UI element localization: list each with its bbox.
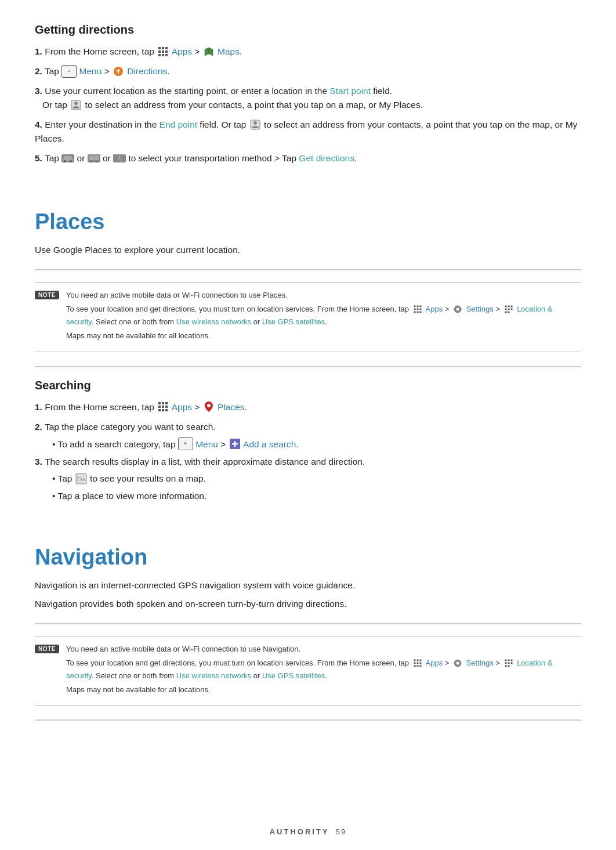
svg-rect-27 xyxy=(414,306,415,308)
gps-label-2: Use GPS satellites xyxy=(262,671,325,680)
svg-rect-2 xyxy=(165,47,168,49)
svg-rect-69 xyxy=(416,662,418,664)
svg-rect-48 xyxy=(505,312,506,313)
searching-bullets-1: To add a search category, tap ≡ Menu > xyxy=(35,437,581,451)
page-number: 59 xyxy=(336,827,346,836)
svg-rect-5 xyxy=(165,50,168,53)
searching-steps: 1. From the Home screen, tap Apps > xyxy=(35,400,581,451)
svg-rect-33 xyxy=(414,312,415,313)
getting-directions-title: Getting directions xyxy=(35,23,581,37)
step-5: 5. Tap or xyxy=(35,151,581,165)
gps-label-1: Use GPS satellites xyxy=(262,317,325,326)
searching-step-2: 2. Tap the place category you want to se… xyxy=(35,420,581,451)
svg-rect-4 xyxy=(162,50,164,53)
step-1-num: 1. xyxy=(35,46,42,56)
contact-icon-2 xyxy=(249,118,262,131)
places-note-badge: NOTE xyxy=(35,291,59,299)
svg-point-19 xyxy=(70,160,72,162)
navigation-note-text: You need an active mobile data or Wi-Fi … xyxy=(66,643,581,698)
menu-icon: ≡ xyxy=(61,65,77,78)
svg-point-13 xyxy=(74,102,78,105)
svg-rect-6 xyxy=(158,54,161,56)
add-search-label: Add a search xyxy=(243,439,296,449)
svg-rect-40 xyxy=(454,309,455,310)
navigation-intro-1: Navigation is an internet-connected GPS … xyxy=(35,580,581,591)
svg-rect-78 xyxy=(510,659,512,661)
svg-rect-47 xyxy=(510,309,512,310)
searching-bullets-2: Tap to see your results on a map. Tap a … xyxy=(35,472,581,502)
svg-rect-66 xyxy=(416,659,418,661)
location-icon-note1 xyxy=(502,303,515,316)
svg-rect-65 xyxy=(414,659,415,661)
svg-rect-76 xyxy=(505,659,506,661)
step-5-num: 5. xyxy=(35,153,42,163)
svg-rect-80 xyxy=(508,662,509,664)
svg-rect-67 xyxy=(419,659,421,661)
places-intro: Use Google Places to explore your curren… xyxy=(35,245,581,255)
apps-grid-icon-note2 xyxy=(411,657,424,670)
svg-rect-70 xyxy=(419,662,421,664)
nav-note-divider xyxy=(35,623,581,624)
places-note-box: NOTE You need an active mobile data or W… xyxy=(35,282,581,352)
transport-car-icon xyxy=(61,152,74,165)
step-3-num: 3. xyxy=(35,86,42,96)
page-footer: AUTHORITY 59 xyxy=(0,827,616,836)
apps-grid-icon-note1 xyxy=(411,303,424,316)
step-2-num: 2. xyxy=(35,66,42,76)
svg-rect-72 xyxy=(416,665,418,667)
places-title: Places xyxy=(35,209,581,234)
transport-walk-icon xyxy=(113,152,126,165)
svg-rect-81 xyxy=(510,662,512,664)
svg-rect-35 xyxy=(419,312,421,313)
apps-grid-icon xyxy=(157,45,169,58)
searching-bullet-map: Tap to see your results on a map. xyxy=(52,472,581,486)
maps-label-1: Maps xyxy=(218,46,240,56)
get-directions-label: Get directions xyxy=(299,153,354,163)
svg-rect-1 xyxy=(162,47,164,49)
svg-rect-41 xyxy=(461,309,462,310)
svg-point-37 xyxy=(456,308,459,311)
wireless-label-1: Use wireless networks xyxy=(176,317,251,326)
menu-label-s: Menu xyxy=(195,439,218,449)
svg-point-18 xyxy=(64,160,66,162)
apps-note-label-2: Apps xyxy=(426,659,443,667)
svg-point-26 xyxy=(119,155,121,157)
location-icon-note2 xyxy=(502,657,515,670)
start-point-label: Start point xyxy=(329,86,371,96)
svg-rect-39 xyxy=(457,312,458,313)
searching-step-1: 1. From the Home screen, tap Apps > xyxy=(35,400,581,414)
svg-rect-46 xyxy=(508,309,509,310)
svg-rect-68 xyxy=(414,662,415,664)
svg-rect-43 xyxy=(508,306,509,308)
svg-rect-54 xyxy=(162,406,164,408)
searching-step-3: 3. The search results display in a list,… xyxy=(35,457,581,467)
settings-icon-note1 xyxy=(451,303,464,316)
searching-bullet-place: Tap a place to view more information. xyxy=(52,489,581,502)
apps-note-label-1: Apps xyxy=(426,305,443,314)
getting-directions-section: Getting directions 1. From the Home scre… xyxy=(35,23,581,165)
svg-point-59 xyxy=(207,404,211,407)
wireless-label-2: Use wireless networks xyxy=(176,671,251,680)
svg-rect-55 xyxy=(165,406,168,408)
places-pin-icon xyxy=(202,400,215,413)
places-section: Places Use Google Places to explore your… xyxy=(35,209,581,503)
svg-rect-82 xyxy=(505,665,506,667)
menu-label: Menu xyxy=(79,66,102,76)
svg-rect-31 xyxy=(416,309,418,310)
step-2: 2. Tap ≡ Menu > Directions. xyxy=(35,64,581,78)
svg-rect-8 xyxy=(165,54,168,56)
apps-label-1: Apps xyxy=(172,46,192,56)
svg-point-15 xyxy=(253,121,257,125)
svg-rect-53 xyxy=(158,406,161,408)
svg-rect-45 xyxy=(505,309,506,310)
getting-directions-steps: 1. From the Home screen, tap Apps > xyxy=(35,45,581,165)
directions-label: Directions xyxy=(127,66,167,76)
svg-rect-50 xyxy=(158,402,161,404)
end-point-label: End point xyxy=(160,120,198,129)
svg-rect-0 xyxy=(158,47,161,49)
svg-rect-44 xyxy=(510,306,512,308)
searching-title: Searching xyxy=(35,379,581,392)
svg-rect-28 xyxy=(416,306,418,308)
svg-rect-56 xyxy=(158,409,161,411)
navigation-intro-2: Navigation provides both spoken and on-s… xyxy=(35,599,581,609)
